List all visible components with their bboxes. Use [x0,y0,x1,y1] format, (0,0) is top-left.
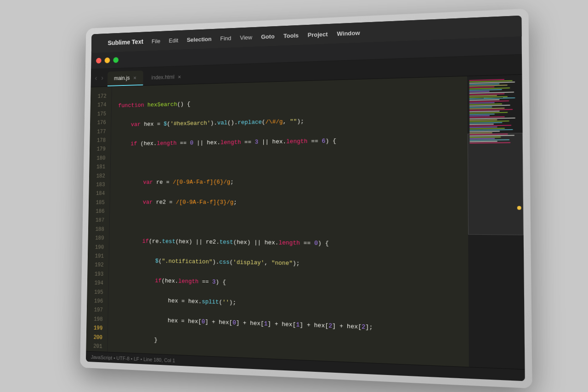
minimap-viewport [468,132,524,235]
tab-close-main-js[interactable]: ✕ [133,75,136,80]
minimap-line [469,114,495,115]
back-arrow-icon[interactable]: ‹ [95,74,97,82]
tab-label: main.js [114,74,130,81]
menu-project[interactable]: Project [308,30,328,38]
menu-window[interactable]: Window [337,29,360,37]
minimap-line [469,119,498,120]
menu-file[interactable]: File [152,37,160,44]
minimize-button[interactable] [105,57,110,63]
screen-bezel: Sublime Text File Edit Selection Find Vi… [86,15,525,381]
code-editor[interactable]: function hexSearch() { var hex = $('#hex… [107,76,469,366]
menu-view[interactable]: View [240,34,252,41]
menu-edit[interactable]: Edit [169,37,178,44]
laptop: Sublime Text File Edit Selection Find Vi… [80,8,532,388]
tab-label: index.html [151,74,174,80]
maximize-button[interactable] [113,57,119,63]
tab-main-js[interactable]: main.js ✕ [107,70,143,86]
minimap-indicator [517,205,521,209]
menu-goto[interactable]: Goto [261,33,274,40]
close-button[interactable] [96,57,102,63]
forward-arrow-icon[interactable]: › [101,74,103,81]
menu-selection[interactable]: Selection [187,35,212,43]
app-name: Sublime Text [107,38,143,46]
minimap-line [469,131,500,132]
minimap[interactable] [467,74,525,369]
minimap-line [469,106,492,108]
minimap-line [469,124,494,125]
minimap-line [469,115,490,116]
status-info: JavaScript • UTF-8 • LF • Line 180, Col … [91,354,175,363]
tab-index-html[interactable]: index.html ✕ [145,69,188,85]
menu-find[interactable]: Find [220,34,231,41]
menu-tools[interactable]: Tools [283,32,299,39]
tab-close-index-html[interactable]: ✕ [178,74,181,79]
minimap-line [469,91,489,92]
minimap-line [469,126,498,128]
editor-area: 172 174 175 176 177 178 179 180 181 182 … [86,74,525,369]
